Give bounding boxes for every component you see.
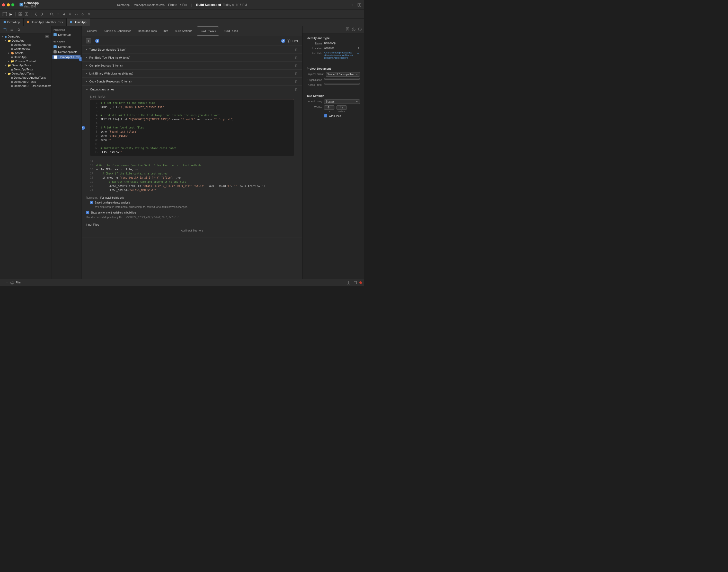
nav-tab-build-rules[interactable]: Build Rules <box>221 26 241 36</box>
delete-phase-icon[interactable]: 🗑 <box>295 48 298 52</box>
file-demoapptests[interactable]: ◼ DemoAppTests <box>0 67 51 71</box>
bottom-remove-button[interactable]: − <box>6 281 8 285</box>
run-script-row: Run script: For install builds only <box>82 195 302 200</box>
nav-tab-build-phases[interactable]: Build Phases <box>197 26 219 36</box>
phase-link-binary: Link Binary With Libraries (0 items) 🗑 <box>82 70 302 78</box>
file-tree-demoappuitests-group[interactable]: ▼ 📁 DemoAppUITests <box>0 71 51 76</box>
file-demoappuitests[interactable]: ◼ DemoAppUITests <box>0 80 51 84</box>
run-button[interactable]: ▶ <box>8 12 13 17</box>
ln-10: 10 <box>93 138 98 142</box>
inspector-wrap-lines-row: ✓ Wrap lines <box>307 114 360 118</box>
layout-icon[interactable] <box>357 2 362 7</box>
phase-output-header[interactable]: Output classnames 🗑 <box>82 86 302 93</box>
sidebar-target-demoapptests[interactable]: DemoAppTests <box>51 49 81 55</box>
file-list-icon[interactable] <box>9 27 14 32</box>
fullpath-arrow-icon[interactable]: → <box>356 51 360 56</box>
rp-question-icon[interactable]: ? <box>358 27 362 32</box>
shell-label-text: Shell <box>90 95 96 98</box>
sidebar-target-demoappuitests[interactable]: DemoAppUITests 1 <box>53 55 80 59</box>
phase-run-build-tools-header[interactable]: Run Build Tool Plug-ins (0 items) 🗑 <box>82 54 302 61</box>
delete-output-icon[interactable]: 🗑 <box>295 87 298 91</box>
tab-demoapp[interactable]: DemoApp <box>67 18 90 26</box>
breadcrumb-sep2: › <box>166 3 167 6</box>
close-button[interactable] <box>2 3 5 6</box>
magnifier-icon[interactable] <box>16 27 21 32</box>
bottom-right-icon2[interactable] <box>353 280 358 285</box>
add-icon[interactable] <box>24 12 29 17</box>
delete-link-icon[interactable]: 🗑 <box>295 71 298 76</box>
pencil-icon[interactable]: ✏ <box>68 12 73 17</box>
run-script-value: For install builds only <box>100 196 124 199</box>
class-prefix-field[interactable] <box>324 83 360 84</box>
indent-width-select[interactable]: 4 ⬆ <box>337 105 347 110</box>
device-name[interactable]: iPhone 14 Pro <box>168 3 187 7</box>
organization-field[interactable] <box>324 78 360 80</box>
dep-file-input[interactable]: $DERIVED_FILES_DIR/$INPUT_FILE_PATH/.d <box>125 216 178 219</box>
sidebar-target-demoapp[interactable]: DemoApp <box>51 44 81 49</box>
sidebar-project-item[interactable]: DemoApp <box>51 32 81 37</box>
file-demoappuitlaunch[interactable]: ◼ DemoAppUIT...tsLaunchTests <box>0 84 51 88</box>
file-demoappapp[interactable]: ◼ DemoAppApp <box>0 43 51 47</box>
nav-tab-general[interactable]: General <box>84 26 100 36</box>
tag-icon[interactable]: ⊕ <box>86 12 91 17</box>
nav-forward-icon[interactable] <box>40 12 45 17</box>
file-tree-root[interactable]: ▼ ◼ DemoApp M <box>0 34 51 39</box>
ln-19: 19 <box>88 180 93 184</box>
file-demoappuianothertests[interactable]: ◼ DemoAppUIAnotherTests <box>0 76 51 80</box>
nav-tab-signing[interactable]: Signing & Capabilities <box>101 26 134 36</box>
minimize-button[interactable] <box>7 3 10 6</box>
tab-width-select[interactable]: 4 ⬆ <box>324 105 335 110</box>
nav-tab-info[interactable]: Info <box>160 26 171 36</box>
delete-compile-icon[interactable]: 🗑 <box>295 64 298 68</box>
file-contentview[interactable]: ◼ ContentView <box>0 47 51 51</box>
bookmark-icon[interactable]: ◆ <box>61 12 67 17</box>
breadcrumb-page[interactable]: DemoAppUIAnotherTests <box>133 3 165 6</box>
delete-runbuild-icon[interactable]: 🗑 <box>295 56 298 60</box>
maximize-button[interactable] <box>11 3 14 6</box>
grid-icon[interactable] <box>18 12 23 17</box>
rect-icon[interactable]: ▭ <box>74 12 79 17</box>
diamond-icon[interactable]: ◇ <box>80 12 85 17</box>
nav-tab-resource-tags[interactable]: Resource Tags <box>135 26 160 36</box>
tab-demoapp-sidebar[interactable]: DemoApp <box>0 18 24 26</box>
sidebar-toggle-icon[interactable] <box>2 12 7 17</box>
file-tree-demoapp-group[interactable]: ▼ 📁 DemoApp <box>0 39 51 43</box>
file-assets[interactable]: ▶ 🎨 Assets <box>0 51 51 55</box>
rp-clock-icon[interactable] <box>352 27 356 32</box>
rp-doc-icon[interactable] <box>346 27 350 32</box>
phase-compile-sources-header[interactable]: Compile Sources (3 items) 🗑 <box>82 62 302 69</box>
file-tree-demoapptests-group[interactable]: ▼ 📁 DemoAppTests <box>0 63 51 67</box>
phase-link-binary-header[interactable]: Link Binary With Libraries (0 items) 🗑 <box>82 70 302 77</box>
show-env-row: ✓ Show environment variables in build lo… <box>82 210 302 215</box>
folder-icon[interactable] <box>2 27 7 32</box>
project-format-select[interactable]: Xcode 14.0-compatible ▼ <box>326 72 360 77</box>
fullpath-value[interactable]: /Users/tianfeng/code/saucectl-xcuitest-e… <box>324 51 353 59</box>
add-phase-button[interactable]: + <box>86 38 91 44</box>
phase-copy-bundle-header[interactable]: Copy Bundle Resources (0 items) 🗑 <box>82 78 302 85</box>
bottom-add-button[interactable]: + <box>2 281 4 285</box>
nav-back-icon[interactable] <box>34 12 39 17</box>
breadcrumb-app[interactable]: DemoApp <box>117 3 130 6</box>
file-demoapp[interactable]: ◼ DemoApp <box>0 55 51 59</box>
label-demoappuitests: DemoAppUITests <box>14 80 36 83</box>
delete-copy-icon[interactable]: 🗑 <box>295 79 298 83</box>
bottom-filter-icon[interactable] <box>10 281 14 284</box>
nav-tab-build-settings[interactable]: Build Settings <box>172 26 195 36</box>
toolbar: ▶ ⚠ ◆ ✏ ▭ ◇ ⊕ <box>0 10 364 18</box>
filter-label: Filter <box>292 39 298 43</box>
indent-using-select[interactable]: Spaces ▼ <box>324 99 360 104</box>
record-dot <box>359 281 362 284</box>
based-on-dep-checkbox[interactable]: ✓ <box>90 201 93 204</box>
location-dropdown-icon[interactable]: ▼ <box>357 47 360 49</box>
bottom-right-icon1[interactable] <box>346 280 351 285</box>
warning-icon[interactable]: ⚠ <box>55 12 60 17</box>
file-preview[interactable]: ▶ 📁 Preview Content <box>0 59 51 63</box>
wrap-lines-checkbox[interactable]: ✓ <box>324 114 327 118</box>
plus-button[interactable]: + <box>350 2 355 7</box>
show-env-checkbox[interactable]: ✓ <box>86 211 89 214</box>
filter-info-icon[interactable]: ℹ <box>287 39 290 43</box>
tab-demoapp-another[interactable]: DemoAppUIAnotherTests <box>24 18 67 26</box>
phase-target-deps-header[interactable]: Target Dependencies (1 item) 🗑 <box>82 46 302 54</box>
search-icon[interactable] <box>49 12 54 17</box>
code-block[interactable]: 1 # # Set the path to the output file 2 … <box>90 99 294 156</box>
